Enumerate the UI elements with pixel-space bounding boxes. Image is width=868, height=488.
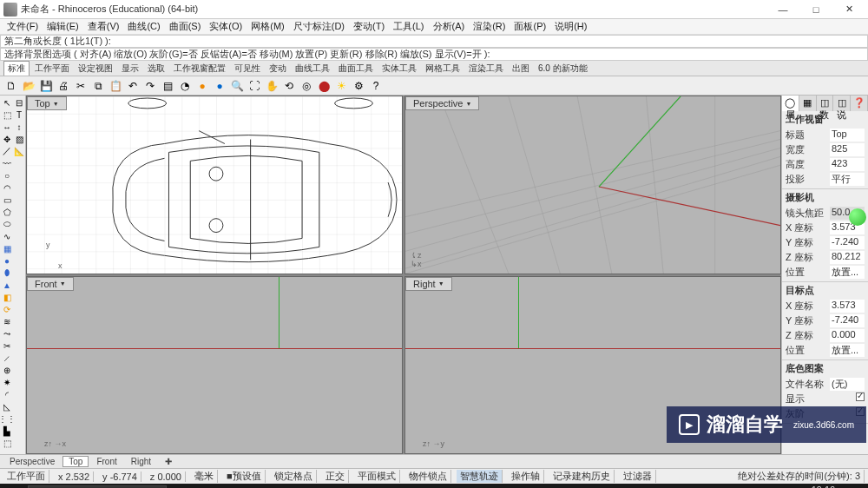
redo-icon[interactable]: ↷ [142, 78, 158, 94]
new-icon[interactable]: 🗋 [3, 78, 19, 94]
start-button[interactable]: ⊞ [2, 485, 26, 488]
vptab-add[interactable]: ✚ [159, 456, 178, 467]
viewport-perspective[interactable]: Perspective▼ ⤹z↳x [404, 96, 781, 274]
trim-icon[interactable]: ✂ [2, 340, 12, 351]
app-rhino-icon[interactable]: ◆ [247, 485, 271, 488]
vptab-top[interactable]: Top [62, 456, 89, 467]
arc-icon[interactable]: ◠ [2, 182, 12, 193]
sweep-icon[interactable]: ⤳ [2, 328, 12, 339]
tab-cplane[interactable]: 工作平面 [31, 62, 73, 76]
tab-display[interactable]: 显示 [118, 62, 142, 76]
status-osnap[interactable]: 物件锁点 [405, 470, 451, 483]
viewport-front-label[interactable]: Front▼ [27, 277, 74, 291]
rotate-icon[interactable]: ⟲ [281, 78, 297, 94]
hatch-icon[interactable]: ▨ [14, 134, 24, 144]
status-gumball[interactable]: 操作轴 [508, 470, 544, 483]
viewport-top-label[interactable]: Top▼ [27, 96, 67, 110]
place-button[interactable]: 放置... [830, 266, 865, 279]
join-icon[interactable]: ⊕ [2, 365, 12, 375]
save-icon[interactable]: 💾 [38, 78, 54, 94]
menu-mesh[interactable]: 网格(M) [247, 20, 288, 33]
cone-icon[interactable]: ▲ [2, 280, 12, 290]
pointer-icon[interactable]: ↖ [2, 97, 12, 108]
cortana-search[interactable]: 🔍 在这里输入你要搜索的内容 [28, 485, 167, 489]
loft-icon[interactable]: ≋ [2, 316, 12, 326]
undo-icon[interactable]: ↶ [125, 78, 141, 94]
sphere-icon[interactable]: ● [2, 255, 12, 266]
prop-val[interactable]: Top [830, 129, 865, 142]
extrude-icon[interactable]: ◧ [2, 292, 12, 302]
status-filter[interactable]: 过滤器 [620, 470, 656, 483]
tab-setview[interactable]: 设定视图 [75, 62, 116, 76]
status-planar[interactable]: 平面模式 [354, 470, 400, 483]
status-ortho[interactable]: 正交 [322, 470, 349, 483]
copy-icon[interactable]: ⧉ [90, 78, 106, 94]
panel-tab-help[interactable]: ❓ [851, 96, 868, 111]
menu-surface[interactable]: 曲面(S) [166, 20, 205, 33]
help-icon[interactable]: ? [368, 78, 384, 94]
tab-visibility[interactable]: 可见性 [231, 62, 264, 76]
menu-dimension[interactable]: 尺寸标注(D) [290, 20, 348, 33]
status-smarttrack[interactable]: 智慧轨迹 [457, 470, 503, 483]
material-icon[interactable]: ⬤ [316, 78, 332, 94]
tab-meshtools[interactable]: 网格工具 [422, 62, 464, 76]
floating-widget-icon[interactable] [849, 208, 866, 226]
osnap-icon[interactable]: ◎ [299, 78, 314, 94]
fillet-icon[interactable]: ◜ [2, 389, 12, 399]
polygon-icon[interactable]: ⬠ [2, 207, 12, 217]
taskview-icon[interactable]: ◩ [168, 485, 193, 488]
tab-standard[interactable]: 标准 [3, 61, 30, 76]
status-gridlock[interactable]: 锁定格点 [271, 470, 317, 483]
group-icon[interactable]: ⬚ [2, 438, 12, 448]
revolve-icon[interactable]: ⟳ [2, 304, 12, 314]
viewport-top[interactable]: Top▼ x y [26, 96, 403, 274]
vptab-persp[interactable]: Perspective [3, 456, 61, 467]
tab-select[interactable]: 选取 [144, 62, 168, 76]
minimize-button[interactable]: — [767, 1, 799, 18]
mirror-icon[interactable]: ▙ [2, 425, 12, 436]
rect-icon[interactable]: ▭ [2, 195, 12, 205]
prop-val[interactable]: 3.573 [830, 300, 865, 313]
menu-help[interactable]: 说明(H) [551, 20, 590, 33]
move-icon[interactable]: ↔ [2, 122, 12, 132]
prop-val[interactable]: -7.240 [830, 236, 865, 249]
layers-icon[interactable]: ▤ [160, 78, 175, 94]
text-icon[interactable]: T [14, 109, 24, 120]
analyze-icon[interactable]: 📐 [14, 146, 24, 156]
circle-icon[interactable]: ○ [2, 170, 12, 181]
panel-tab-props[interactable]: ◯属 [782, 96, 799, 111]
status-default[interactable]: ■预设值 [223, 470, 266, 483]
render-icon[interactable]: ● [194, 78, 210, 94]
menu-panels[interactable]: 面板(P) [510, 20, 549, 33]
tab-drafting[interactable]: 出图 [509, 62, 533, 76]
close-button[interactable]: ✕ [833, 1, 865, 18]
open-icon[interactable]: 📂 [21, 78, 36, 94]
menu-curve[interactable]: 曲线(C) [124, 20, 163, 33]
menu-tools[interactable]: 工具(L) [390, 20, 427, 33]
paste-icon[interactable]: 📋 [108, 78, 123, 94]
light-icon[interactable]: ☀ [333, 78, 349, 94]
tab-rendertools[interactable]: 渲染工具 [465, 62, 507, 76]
panel-tab-notes[interactable]: ◫说 [833, 96, 851, 111]
tab-vplayout[interactable]: 工作视窗配置 [170, 62, 229, 76]
place-button[interactable]: 放置... [830, 344, 865, 357]
taskbar-clock[interactable]: 19:16 2017/12/24 [799, 485, 847, 489]
menu-view[interactable]: 查看(V) [84, 20, 123, 33]
pan-icon[interactable]: ✋ [264, 78, 279, 94]
split-icon[interactable]: ⟋ [2, 353, 12, 363]
array-icon[interactable]: ⋮⋮ [2, 413, 12, 424]
app-explorer-icon[interactable]: 📁 [194, 485, 219, 488]
prop-val[interactable]: 0.000 [830, 329, 865, 342]
ellipse-icon[interactable]: ⬭ [2, 219, 12, 229]
curve-icon[interactable]: ∿ [2, 231, 12, 241]
app-vscode-icon[interactable]: ⟐ [220, 485, 245, 488]
viewport-persp-label[interactable]: Perspective▼ [405, 96, 479, 110]
menu-edit[interactable]: 编辑(E) [43, 20, 82, 33]
chamfer-icon[interactable]: ◺ [2, 401, 12, 412]
explode-icon[interactable]: ✷ [2, 377, 12, 387]
vptab-front[interactable]: Front [90, 456, 122, 467]
prop-val[interactable]: 平行 [830, 173, 865, 186]
zoomext-icon[interactable]: ⛶ [247, 78, 262, 94]
menu-solid[interactable]: 实体(O) [206, 20, 246, 33]
print-icon[interactable]: 🖨 [56, 78, 71, 94]
